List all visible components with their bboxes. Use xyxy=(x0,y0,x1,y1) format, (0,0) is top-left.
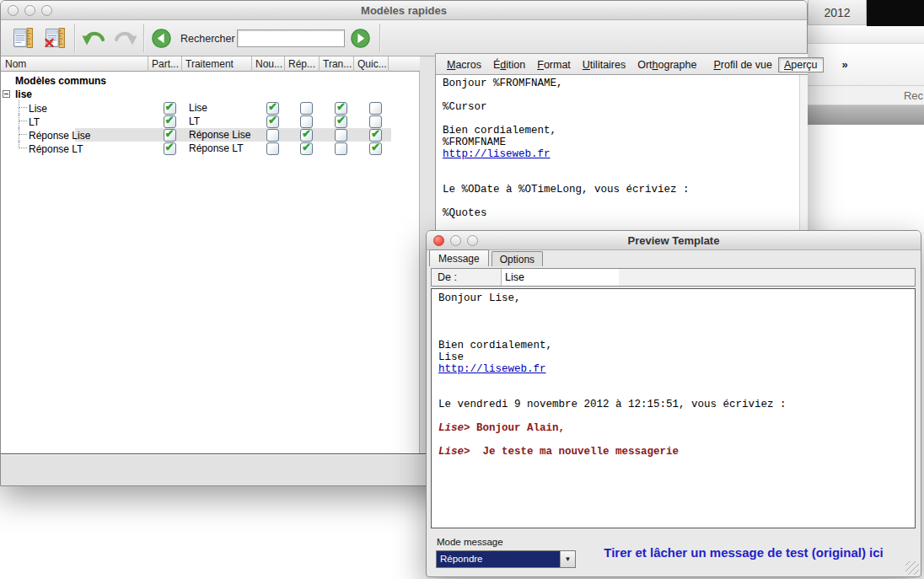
checkbox-nou-unchecked[interactable] xyxy=(266,129,279,142)
redo-button[interactable] xyxy=(110,23,140,53)
menu-item-orthographe[interactable]: Orthographe xyxy=(631,57,702,72)
checkbox-nou-checked[interactable] xyxy=(266,102,279,115)
column-header-nou[interactable]: Nou... xyxy=(252,56,285,72)
menu-item-format[interactable]: Format xyxy=(531,57,577,72)
table-row-reponse-lise[interactable]: Réponse LiseRéponse Lise xyxy=(1,128,420,142)
hyperlink[interactable]: http://liseweb.fr xyxy=(443,148,551,160)
tab-options[interactable]: Options xyxy=(492,251,543,266)
text-segment: Le %ODate à %OTimeLong, vous écriviez : xyxy=(443,184,690,196)
text-segment: Le vendredi 9 novembre 2012 à 12:15:51, … xyxy=(438,399,787,410)
text-segment: Bien cordialement, xyxy=(443,125,556,137)
tree-group-root[interactable]: Modèles communs xyxy=(1,74,420,88)
traitement-value: Lise xyxy=(182,101,252,115)
text-line xyxy=(443,113,808,125)
text-line: %Quotes xyxy=(443,207,808,219)
window-title: Modèles rapides xyxy=(1,4,807,17)
checkbox-part-checked[interactable] xyxy=(164,142,176,155)
menu-item-apercu[interactable]: Aperçu xyxy=(778,57,824,72)
main-titlebar[interactable]: Modèles rapides xyxy=(1,1,807,20)
tab-message[interactable]: Message xyxy=(429,249,489,266)
column-header-rep[interactable]: Rép... xyxy=(285,56,320,72)
text-line: Bien cordialement, xyxy=(443,125,808,137)
background-gray-bar xyxy=(803,105,924,125)
menu-item-utilitaires[interactable]: Utilitaires xyxy=(577,57,631,72)
tree-group-lise[interactable]: lise xyxy=(1,88,420,101)
checkbox-nou-checked[interactable] xyxy=(266,115,279,128)
text-segment: %Quotes xyxy=(443,207,487,219)
traitement-value: LT xyxy=(182,115,252,128)
dropdown-arrow-icon[interactable]: ▼ xyxy=(560,551,575,567)
undo-arrow-icon xyxy=(81,26,108,50)
checkbox-tran-unchecked[interactable] xyxy=(335,129,347,142)
search-next-button[interactable] xyxy=(348,23,372,53)
hyperlink[interactable]: http://liseweb.fr xyxy=(438,363,546,375)
new-template-button[interactable] xyxy=(8,23,38,53)
checkbox-tran-checked[interactable] xyxy=(335,115,347,128)
checkbox-part-checked[interactable] xyxy=(164,102,176,115)
text-segment: Bonjour Alain, xyxy=(470,422,566,434)
text-line: %FROMFNAME xyxy=(443,137,808,148)
table-row-lt[interactable]: LTLT xyxy=(1,115,420,128)
column-header-tran[interactable]: Tran... xyxy=(320,56,354,72)
table-row-reponse-lt[interactable]: Réponse LTRéponse LT xyxy=(1,142,420,155)
text-segment: Bonjour Lise, xyxy=(438,292,521,304)
from-field[interactable]: Lise xyxy=(501,269,619,286)
text-segment: %Cursor xyxy=(443,101,487,113)
new-template-icon xyxy=(12,27,35,50)
checkbox-tran-unchecked[interactable] xyxy=(335,142,347,155)
checkbox-rep-checked[interactable] xyxy=(300,142,313,155)
text-line: Le vendredi 9 novembre 2012 à 12:15:51, … xyxy=(438,399,915,410)
column-header-nom[interactable]: Nom xyxy=(1,56,148,72)
preview-titlebar[interactable]: Preview Template xyxy=(427,231,921,250)
menu-item-macros[interactable]: Macros xyxy=(441,57,487,72)
resize-grip[interactable] xyxy=(905,561,919,575)
column-header-traitement[interactable]: Traitement xyxy=(182,56,252,72)
checkbox-part-checked[interactable] xyxy=(164,115,176,128)
text-line xyxy=(443,160,808,172)
checkbox-quic-unchecked[interactable] xyxy=(369,102,382,115)
overflow-chevron-icon[interactable]: » xyxy=(842,58,848,71)
checkbox-rep-checked[interactable] xyxy=(300,129,313,142)
checkbox-rep-unchecked[interactable] xyxy=(300,102,313,115)
text-line xyxy=(438,410,915,422)
text-line xyxy=(443,172,808,184)
checkbox-quic-checked[interactable] xyxy=(369,129,382,142)
dropdown-selected-value: Répondre xyxy=(437,551,560,567)
template-name: Lise xyxy=(29,103,47,115)
template-list[interactable]: Modèles communs lise LiseLiseLTLTRéponse… xyxy=(1,72,420,455)
checkbox-tran-checked[interactable] xyxy=(335,102,347,115)
delete-template-button[interactable] xyxy=(40,23,70,53)
preview-tabs: MessageOptions xyxy=(429,249,545,266)
preview-template-window: Preview Template MessageOptions De : Lis… xyxy=(426,230,921,577)
checkbox-rep-unchecked[interactable] xyxy=(300,115,313,128)
column-header-part[interactable]: Part... xyxy=(148,56,182,72)
search-input[interactable] xyxy=(237,29,345,47)
text-line xyxy=(438,316,915,328)
desktop: 2012 Rec Modèles rapides xyxy=(0,0,924,579)
checkbox-part-checked[interactable] xyxy=(164,129,176,142)
main-toolbar: Rechercher xyxy=(1,20,807,56)
table-row-lise[interactable]: LiseLise xyxy=(1,101,420,115)
mode-message-dropdown[interactable]: Répondre ▼ xyxy=(436,550,576,568)
text-segment: %FROMFNAME xyxy=(443,137,506,148)
menu-item-edition[interactable]: Édition xyxy=(487,57,531,72)
checkbox-quic-checked[interactable] xyxy=(369,142,382,155)
text-segment: Bonjour %FROMFNAME, xyxy=(443,78,563,89)
preview-message-body[interactable]: Bonjour Lise,Bien cordialement,Lisehttp:… xyxy=(431,288,916,528)
preview-bottom-panel: Mode message Répondre ▼ Tirer et lâcher … xyxy=(427,528,921,576)
checkbox-quic-unchecked[interactable] xyxy=(369,115,382,128)
undo-button[interactable] xyxy=(79,23,110,53)
template-name: Réponse Lise xyxy=(29,130,90,142)
checkbox-nou-unchecked[interactable] xyxy=(266,142,279,155)
toolbar-separator xyxy=(74,24,75,52)
menu-item-profil-de-vue[interactable]: Profil de vue xyxy=(707,57,778,72)
search-prev-button[interactable] xyxy=(149,23,173,53)
text-line: Bonjour %FROMFNAME, xyxy=(443,78,808,89)
toolbar-separator xyxy=(379,24,380,52)
collapse-expander-icon[interactable] xyxy=(3,90,10,98)
window-title: Preview Template xyxy=(427,234,921,247)
column-header-quic[interactable]: Quic... xyxy=(354,56,389,72)
table-header: NomPart...TraitementNou...Rép...Tran...Q… xyxy=(1,56,420,72)
column-header-empty[interactable] xyxy=(389,56,420,72)
mode-message-label: Mode message xyxy=(437,537,503,547)
